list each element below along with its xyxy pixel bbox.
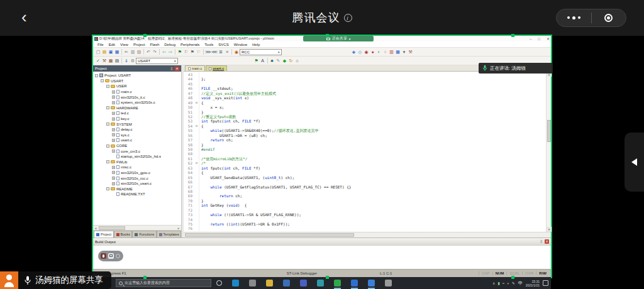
indent-icon[interactable]: ⋙ [205, 48, 211, 55]
expand-icon[interactable]: + [112, 177, 115, 180]
tree-item[interactable]: +usart.c [93, 138, 181, 143]
tray-network-icon[interactable]: ≈ [502, 281, 504, 285]
code-line[interactable]: 66 [184, 180, 546, 184]
code-line[interactable]: 54⊟{ [184, 124, 546, 128]
translate-icon[interactable]: ✓ [95, 57, 101, 64]
expand-icon[interactable]: + [112, 166, 115, 169]
batch-build-icon[interactable]: ▤ [114, 57, 120, 64]
breakpoint-disable-icon[interactable]: ◐ [376, 48, 382, 55]
code-line[interactable]: 53int fputc(int ch, FILE *f) [184, 119, 546, 123]
expand-icon[interactable]: + [112, 90, 115, 94]
sharing-indicator-pill[interactable]: 正在共享 ▾ [303, 36, 374, 41]
collapse-icon[interactable]: − [106, 144, 109, 148]
taskbar-app-cortana[interactable] [216, 280, 222, 286]
code-line[interactable]: 52//重定义fputc函数 [184, 114, 546, 119]
flag-icon[interactable]: ⚑ [253, 57, 260, 64]
uncomment-icon[interactable]: ≡ [224, 48, 230, 55]
mic-icon[interactable] [101, 253, 106, 259]
menu-svcs[interactable]: SVCS [216, 43, 231, 46]
code-line[interactable]: 45 [184, 82, 546, 86]
code-line[interactable]: 63int fputc(int ch, FILE *f) [184, 166, 546, 170]
info-icon[interactable]: i [344, 14, 352, 22]
download-icon[interactable]: ⇓ [123, 57, 130, 64]
search-combo[interactable]: RCC ▾ [240, 49, 282, 55]
tree-item[interactable]: +README.TXT [93, 192, 181, 197]
more-circle-icon[interactable] [116, 254, 120, 258]
taskbar-app-edge[interactable] [232, 280, 239, 286]
expand-panel-tab[interactable] [625, 133, 644, 192]
code-line[interactable]: 50 x = x; [184, 105, 546, 109]
menu-window[interactable]: Window [231, 43, 250, 46]
editor-tab-main.c[interactable]: main.c [185, 65, 205, 71]
fold-icon[interactable]: ⊟ [194, 124, 199, 128]
collapse-icon[interactable]: − [106, 160, 109, 163]
target-select[interactable]: USART ▾ [136, 58, 178, 64]
tree-item[interactable]: +stm32f10x_usart.c [93, 181, 181, 187]
tray-volume-icon[interactable]: ◖ [507, 281, 509, 285]
taskbar-app-app-blue-2[interactable] [300, 280, 307, 286]
fold-icon[interactable]: ⊟ [194, 101, 199, 105]
menu-file[interactable]: File [95, 43, 106, 46]
expand-icon[interactable]: + [112, 171, 115, 174]
maximize-button[interactable]: □ [538, 37, 540, 41]
window-layout-icon[interactable]: ▦ [395, 48, 401, 55]
tree-item[interactable]: +stm32f10x_rcc.c [93, 175, 181, 181]
code-line[interactable]: 44}; [184, 77, 546, 81]
close-panel-button[interactable]: ✕ [545, 239, 549, 244]
minimize-button[interactable]: – [530, 37, 531, 41]
expand-icon[interactable]: + [112, 117, 115, 121]
build-output-caption[interactable]: Build Output ⊼ ✕ [93, 237, 551, 245]
scroll-right-arrow-icon[interactable]: ▸ [176, 226, 181, 230]
code-line[interactable]: 74 [184, 217, 546, 222]
tree-item[interactable]: +core_cm3.c [93, 148, 181, 154]
tree-item[interactable]: +stm32f10x_it.c [93, 94, 181, 100]
paste-icon[interactable]: ▧ [136, 48, 142, 55]
rebuild-icon[interactable]: ▦ [108, 57, 114, 64]
tree-item[interactable]: +led.c [93, 111, 181, 116]
panel-tab-project[interactable]: Project [94, 231, 114, 237]
pin-icon[interactable]: ⊼ [540, 239, 543, 244]
caret-down-icon[interactable]: ▾ [401, 48, 408, 55]
pin-icon[interactable]: ⊼ [170, 67, 173, 71]
code-line[interactable]: 48void _sys_exit(int x) [184, 95, 546, 100]
tree-item[interactable]: +sys.c [93, 133, 181, 138]
shared-screen[interactable]: D:\软件\精品班 资料盘(A盘)\4、程序源码\2、标准例程-寄存器版本\实验… [93, 36, 551, 289]
help-book-icon[interactable]: ▥ [389, 48, 395, 55]
code-line[interactable]: 51} [184, 110, 546, 114]
scroll-left-arrow-icon[interactable]: ◂ [93, 226, 98, 230]
bookmark-next-icon[interactable]: ⚑ [189, 48, 196, 55]
screen-icon[interactable] [108, 253, 114, 259]
expand-icon[interactable]: + [112, 133, 115, 136]
window-titlebar[interactable]: D:\软件\精品班 资料盘(A盘)\4、程序源码\2、标准例程-寄存器版本\实验… [93, 36, 551, 41]
back-icon[interactable]: ⇦ [161, 48, 167, 55]
panel-tab-templates[interactable]: Templates [157, 231, 181, 237]
menu-edit[interactable]: Edit [106, 43, 118, 46]
reload-icon[interactable]: ↻ [288, 57, 294, 64]
code-line[interactable]: 60 [184, 151, 546, 156]
copy-icon[interactable]: ▥ [130, 48, 136, 55]
tree-item[interactable]: +startup_stm32f10x_hd.s [93, 154, 181, 160]
code-line[interactable]: 71int GetKey (void) { [184, 203, 546, 207]
tree-item[interactable]: −Project: USART [93, 73, 181, 79]
find-icon[interactable]: ◉ [364, 48, 370, 55]
redo-icon[interactable]: ↷ [152, 48, 158, 55]
tree-item[interactable]: +delay.c [93, 127, 181, 133]
code-line[interactable]: 59#endif [184, 147, 546, 151]
code-line[interactable]: 67 while (USART_GetFlagStatus(USART1, US… [184, 185, 546, 189]
run-icon[interactable]: ◆ [282, 57, 288, 64]
breakpoint-kill-icon[interactable]: ○ [382, 48, 389, 55]
tray-pen-icon[interactable]: ✎ [512, 281, 515, 285]
menu-peripherals[interactable]: Peripherals [178, 43, 202, 46]
menu-project[interactable]: Project [131, 43, 148, 46]
build-icon[interactable]: ⚒ [101, 57, 108, 64]
tree-item[interactable]: −README [93, 186, 181, 192]
close-miniprogram-button[interactable] [592, 14, 626, 22]
project-horizontal-scrollbar[interactable]: ◂ ▸ [93, 225, 181, 230]
open-file-icon[interactable]: ▤ [101, 48, 108, 55]
taskbar-app-wrench[interactable] [385, 280, 392, 286]
code-line[interactable]: 68 [184, 189, 546, 194]
tree-item[interactable]: −SYSTEM [93, 121, 181, 127]
build-output-content[interactable] [93, 245, 551, 269]
menu-debug[interactable]: Debug [162, 43, 178, 46]
home-icon[interactable]: ⌂ [294, 57, 301, 64]
